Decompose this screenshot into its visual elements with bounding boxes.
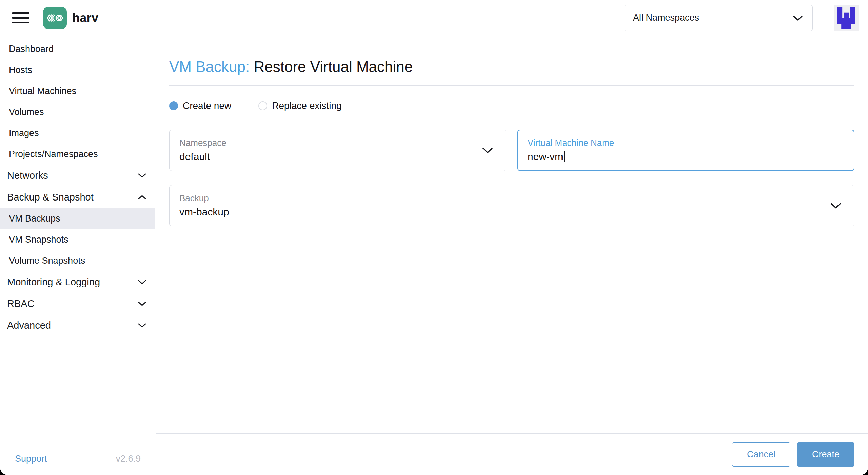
page-title: VM Backup: Restore Virtual Machine xyxy=(169,58,854,76)
restore-mode-radio-group: Create new Replace existing xyxy=(169,100,854,111)
namespace-value: default xyxy=(179,151,475,163)
menu-icon[interactable] xyxy=(12,12,29,23)
namespace-filter-dropdown[interactable]: All Namespaces xyxy=(625,5,813,31)
sidebar-item-hosts[interactable]: Hosts xyxy=(0,59,155,80)
sidebar-group-rbac[interactable]: RBAC xyxy=(0,293,155,315)
sidebar-group-monitoring-logging[interactable]: Monitoring & Logging xyxy=(0,271,155,293)
sidebar-footer: Support v2.6.9 xyxy=(0,454,155,464)
backup-select[interactable]: Backup vm-backup xyxy=(169,185,854,226)
sidebar-item-virtual-machines[interactable]: Virtual Machines xyxy=(0,80,155,101)
cancel-button[interactable]: Cancel xyxy=(732,442,790,467)
chevron-down-icon xyxy=(138,280,146,285)
title-divider xyxy=(169,85,854,86)
vm-name-label: Virtual Machine Name xyxy=(528,138,824,148)
harvester-logo-icon[interactable] xyxy=(43,7,67,29)
namespace-label: Namespace xyxy=(179,138,475,148)
backup-label: Backup xyxy=(179,193,824,204)
chevron-down-icon xyxy=(793,15,803,21)
text-cursor xyxy=(564,151,565,162)
chevron-down-icon xyxy=(138,323,146,328)
sidebar: Dashboard Hosts Virtual Machines Volumes… xyxy=(0,36,155,475)
restore-vm-form: VM Backup: Restore Virtual Machine Creat… xyxy=(156,58,868,226)
form-actions: Cancel Create xyxy=(156,433,868,475)
sidebar-item-volumes[interactable]: Volumes xyxy=(0,101,155,122)
radio-replace-existing[interactable]: Replace existing xyxy=(258,100,341,111)
vm-name-input[interactable]: Virtual Machine Name new-vm xyxy=(517,130,854,171)
radio-create-new[interactable]: Create new xyxy=(169,100,231,111)
support-link[interactable]: Support xyxy=(15,454,47,464)
sidebar-group-networks[interactable]: Networks xyxy=(0,165,155,186)
user-avatar-identicon[interactable] xyxy=(834,5,859,31)
version-label: v2.6.9 xyxy=(116,454,141,464)
chevron-down-icon xyxy=(138,301,146,306)
app-window: harv All Namespaces Dashboard Hos xyxy=(0,0,868,475)
vm-name-value: new-vm xyxy=(528,151,824,163)
page-title-text: Restore Virtual Machine xyxy=(254,58,413,75)
sidebar-item-projects-namespaces[interactable]: Projects/Namespaces xyxy=(0,144,155,165)
sidebar-nav: Dashboard Hosts Virtual Machines Volumes… xyxy=(0,36,155,336)
backup-value: vm-backup xyxy=(179,206,824,218)
chevron-up-icon xyxy=(138,195,146,200)
main-panel: VM Backup: Restore Virtual Machine Creat… xyxy=(156,36,868,475)
sidebar-item-images[interactable]: Images xyxy=(0,122,155,144)
chevron-down-icon xyxy=(482,147,493,154)
page-title-prefix: VM Backup: xyxy=(169,58,250,75)
brand-name: harv xyxy=(72,11,98,25)
sidebar-item-volume-snapshots[interactable]: Volume Snapshots xyxy=(0,250,155,271)
sidebar-item-vm-snapshots[interactable]: VM Snapshots xyxy=(0,229,155,250)
radio-unselected-icon[interactable] xyxy=(258,101,267,110)
header-right: All Namespaces xyxy=(625,5,859,31)
sidebar-item-vm-backups[interactable]: VM Backups xyxy=(0,208,155,229)
create-button[interactable]: Create xyxy=(797,442,854,467)
form-fields: Namespace default Virtual Machine Name n… xyxy=(169,130,854,226)
chevron-down-icon xyxy=(138,173,146,178)
chevron-down-icon xyxy=(830,203,841,209)
top-header: harv All Namespaces xyxy=(0,0,868,36)
namespace-filter-value: All Namespaces xyxy=(633,13,699,23)
sidebar-group-advanced[interactable]: Advanced xyxy=(0,315,155,336)
namespace-select[interactable]: Namespace default xyxy=(169,130,506,171)
sidebar-item-dashboard[interactable]: Dashboard xyxy=(0,38,155,59)
sidebar-group-backup-snapshot[interactable]: Backup & Snapshot xyxy=(0,186,155,208)
radio-selected-icon[interactable] xyxy=(169,101,178,110)
